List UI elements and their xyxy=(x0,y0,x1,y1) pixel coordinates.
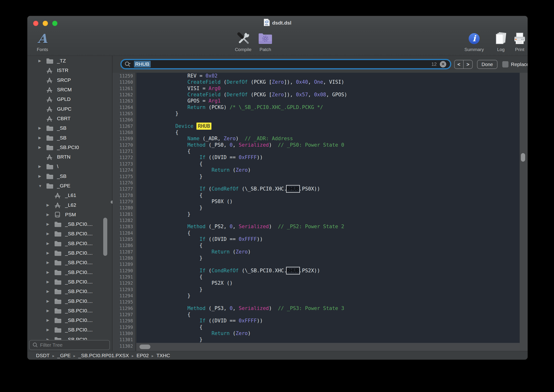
disclosure-triangle-icon[interactable]: ▼ xyxy=(38,184,46,188)
code-line-11284[interactable]: { xyxy=(139,230,520,236)
code-line-11259[interactable]: REV = 0x02 xyxy=(139,73,520,79)
tree-item-_sbpci0[interactable]: ▶_SB.PCI0.... xyxy=(28,219,110,229)
breadcrumb-item[interactable]: _SB.PCI0.RP01.PXSX xyxy=(78,353,129,358)
tree-item-_sbpci0[interactable]: ▶_SB.PCI0.... xyxy=(28,306,110,315)
filter-tree-input[interactable] xyxy=(40,342,102,348)
code-line-11296[interactable]: Method (_PS3, 0, Serialized) // _PS3: Po… xyxy=(139,305,520,311)
tree-item-_sbpci0[interactable]: ▶_SB.PCI0.... xyxy=(28,315,110,325)
tree-item-gupc[interactable]: GUPC xyxy=(28,104,110,113)
disclosure-triangle-icon[interactable]: ▶ xyxy=(47,299,54,303)
tree-item-srcm[interactable]: SRCM xyxy=(28,85,110,94)
disclosure-triangle-icon[interactable]: ▶ xyxy=(47,260,54,265)
code-line-11299[interactable]: { xyxy=(139,324,520,330)
tree-item-_sbpci0[interactable]: ▶_SB.PCI0.... xyxy=(28,239,110,248)
tree-item-[interactable]: ▶\ xyxy=(28,162,110,171)
breadcrumb-item[interactable]: EP02 xyxy=(137,353,149,358)
disclosure-triangle-icon[interactable]: ▶ xyxy=(47,337,54,340)
disclosure-triangle-icon[interactable]: ▶ xyxy=(38,145,46,149)
breadcrumb-item[interactable]: TXHC xyxy=(156,353,170,358)
code-line-11275[interactable]: } xyxy=(139,173,520,180)
code-line-11279[interactable]: PS0X () xyxy=(139,198,520,205)
code-line-11264[interactable]: Return (PCKG) /* \_SB_.PCI0.XHC_.GPLD.PC… xyxy=(139,104,520,110)
code-line-11294[interactable]: } xyxy=(139,293,520,299)
sidebar-scrollbar-thumb[interactable] xyxy=(103,218,107,256)
clear-search-icon[interactable]: ✕ xyxy=(440,61,446,68)
disclosure-triangle-icon[interactable]: ▶ xyxy=(47,328,54,332)
tree-item-_l62[interactable]: ▶_L62 xyxy=(28,200,110,210)
disclosure-triangle-icon[interactable]: ▶ xyxy=(47,241,54,245)
tree-item-_sbpci0[interactable]: ▶_SB.PCI0 xyxy=(28,143,110,152)
disclosure-triangle-icon[interactable]: ▶ xyxy=(38,126,46,130)
code-line-11277[interactable]: If (CondRefOf (\_SB.PCI0.XHC.RHUB.PS0X)) xyxy=(139,186,520,192)
tree-item-cbrt[interactable]: CBRT xyxy=(28,114,110,123)
breadcrumb-item[interactable]: _GPE xyxy=(57,353,70,358)
disclosure-triangle-icon[interactable]: ▶ xyxy=(47,270,54,274)
code-line-11262[interactable]: CreateField (DerefOf (PCKG [Zero]), 0x57… xyxy=(139,91,520,98)
code-line-11266[interactable] xyxy=(139,117,520,123)
disclosure-triangle-icon[interactable]: ▶ xyxy=(47,280,54,284)
tree-item-_sb[interactable]: ▶_SB xyxy=(28,171,110,181)
compile-button[interactable]: Compile xyxy=(230,31,256,55)
code-line-11300[interactable]: Return (Zero) xyxy=(139,330,520,336)
code-line-11297[interactable]: { xyxy=(139,311,520,318)
tree-item-istr[interactable]: ISTR xyxy=(28,66,110,75)
code-line-11298[interactable]: If ((DVID == 0xFFFF)) xyxy=(139,318,520,324)
code-line-11291[interactable]: { xyxy=(139,274,520,280)
disclosure-triangle-icon[interactable]: ▶ xyxy=(47,251,54,255)
tree-item-_sbpci0[interactable]: ▶_SB.PCI0.... xyxy=(28,325,110,335)
disclosure-triangle-icon[interactable]: ▶ xyxy=(38,59,46,63)
disclosure-triangle-icon[interactable]: ▶ xyxy=(47,308,54,313)
vertical-scrollbar-thumb[interactable] xyxy=(521,153,525,162)
code-line-11260[interactable]: CreateField (DerefOf (PCKG [Zero]), 0x40… xyxy=(139,79,520,85)
tree-item-_sbpci0[interactable]: ▶_SB.PCI0.... xyxy=(28,277,110,287)
code-line-11283[interactable]: Method (_PS2, 0, Serialized) // _PS2: Po… xyxy=(139,224,520,230)
replace-checkbox[interactable] xyxy=(502,61,508,68)
horizontal-scrollbar[interactable] xyxy=(136,343,520,351)
patch-button[interactable]: Patch xyxy=(255,31,276,55)
code-line-11267[interactable]: Device RHUB xyxy=(139,123,520,129)
breadcrumb-item[interactable]: DSDT xyxy=(36,353,49,358)
code-line-11285[interactable]: If ((DVID == 0xFFFF)) xyxy=(139,236,520,242)
code-line-11286[interactable]: { xyxy=(139,242,520,248)
code-line-11282[interactable] xyxy=(139,217,520,224)
tree-item-gpld[interactable]: GPLD xyxy=(28,94,110,104)
disclosure-triangle-icon[interactable]: ▶ xyxy=(38,136,46,140)
tree-item-_sbpci0[interactable]: ▶_SB.PCI0.... xyxy=(28,248,110,258)
disclosure-triangle-icon[interactable]: ▶ xyxy=(47,231,54,236)
code-line-11268[interactable]: { xyxy=(139,129,520,135)
disclosure-triangle-icon[interactable]: ▶ xyxy=(47,318,54,322)
tree-item-_sbpci0[interactable]: ▶_SB.PCI0 xyxy=(28,335,110,340)
tree-item-psm[interactable]: ▶PSM xyxy=(28,210,110,219)
disclosure-triangle-icon[interactable]: ▶ xyxy=(38,164,46,168)
code-line-11290[interactable]: If (CondRefOf (\_SB.PCI0.XHC.RHUB.PS2X)) xyxy=(139,267,520,274)
code-line-11274[interactable]: Return (Zero) xyxy=(139,167,520,173)
tree-item-_sbpci0[interactable]: ▶_SB.PCI0.... xyxy=(28,287,110,296)
find-input[interactable]: RHUB 12 ✕ xyxy=(120,59,451,69)
done-button[interactable]: Done xyxy=(477,60,498,69)
vertical-scrollbar[interactable] xyxy=(520,73,527,351)
tree-item-_sbpci0[interactable]: ▶_SB.PCI0.... xyxy=(28,267,110,277)
fonts-button[interactable]: A Fonts xyxy=(29,31,55,55)
code-line-11293[interactable]: } xyxy=(139,286,520,293)
tree-item-_sb[interactable]: ▶_SB xyxy=(28,133,110,142)
tree-item-_sbpci0[interactable]: ▶_SB.PCI0.... xyxy=(28,229,110,238)
code-line-11288[interactable]: } xyxy=(139,255,520,261)
tree-item-brtn[interactable]: BRTN xyxy=(28,152,110,162)
tree-item-_tz[interactable]: ▶_TZ xyxy=(28,56,110,66)
print-button[interactable]: Print xyxy=(510,31,527,55)
disclosure-triangle-icon[interactable]: ▶ xyxy=(47,212,54,217)
search-icon[interactable] xyxy=(125,61,132,67)
code-line-11276[interactable] xyxy=(139,180,520,186)
horizontal-scrollbar-thumb[interactable] xyxy=(139,344,150,349)
code-line-11273[interactable]: { xyxy=(139,161,520,167)
code-line-11292[interactable]: PS2X () xyxy=(139,280,520,286)
code-line-11280[interactable]: } xyxy=(139,205,520,211)
disclosure-triangle-icon[interactable]: ▶ xyxy=(38,174,46,178)
code-line-11295[interactable] xyxy=(139,299,520,305)
code-line-11265[interactable]: } xyxy=(139,110,520,117)
tree-item-_sbpci0[interactable]: ▶_SB.PCI0.... xyxy=(28,296,110,306)
code-line-11301[interactable]: } xyxy=(139,336,520,343)
code-line-11263[interactable]: GPOS = Arg1 xyxy=(139,98,520,104)
code-line-11278[interactable]: { xyxy=(139,192,520,198)
code-editor[interactable]: REV = 0x02 CreateField (DerefOf (PCKG [Z… xyxy=(136,73,520,343)
